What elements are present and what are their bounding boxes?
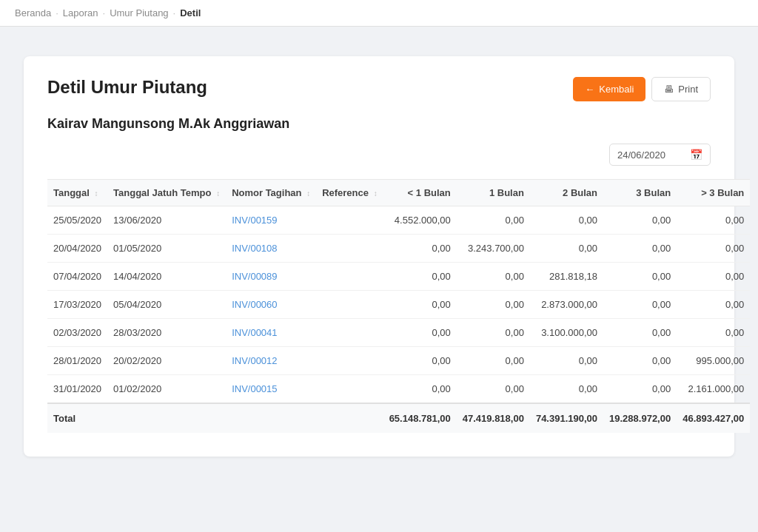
total-b2: 74.391.190,00 (530, 403, 603, 433)
cell-lt1: 0,00 (383, 375, 457, 404)
cell-b1: 3.243.700,00 (457, 235, 530, 263)
cell-nomor-tagihan[interactable]: INV/00089 (226, 263, 316, 291)
kembali-label: Kembali (599, 84, 634, 95)
cell-reference (316, 291, 383, 319)
breadcrumb-umur-piutang[interactable]: Umur Piutang (110, 7, 168, 18)
cell-nomor-tagihan[interactable]: INV/00159 (226, 206, 316, 235)
cell-jatuh-tempo: 20/02/2020 (107, 347, 226, 375)
cell-b3: 0,00 (603, 206, 677, 235)
cell-b1: 0,00 (457, 291, 530, 319)
cell-gt3: 995.000,00 (677, 347, 750, 375)
cell-b3: 0,00 (603, 319, 677, 347)
total-gt3: 46.893.427,00 (677, 403, 750, 433)
table-row: 02/03/2020 28/03/2020 INV/00041 0,00 0,0… (47, 319, 750, 347)
cell-jatuh-tempo: 13/06/2020 (107, 206, 226, 235)
total-lt1: 65.148.781,00 (383, 403, 457, 433)
sort-icon-jatuh-tempo[interactable]: ↕ (216, 189, 220, 198)
cell-b2: 0,00 (530, 206, 603, 235)
total-row: Total 65.148.781,00 47.419.818,00 74.391… (47, 403, 750, 433)
cell-lt1: 4.552.000,00 (383, 206, 457, 235)
cell-tanggal: 17/03/2020 (47, 291, 107, 319)
cell-nomor-tagihan[interactable]: INV/00060 (226, 291, 316, 319)
cell-nomor-tagihan[interactable]: INV/00015 (226, 375, 316, 404)
total-label: Total (47, 403, 383, 433)
date-filter-row: 📅 (47, 144, 711, 166)
cell-b2: 281.818,18 (530, 263, 603, 291)
customer-name: Kairav Mangunsong M.Ak Anggriawan (47, 116, 711, 132)
cell-b3: 0,00 (603, 263, 677, 291)
cell-reference (316, 319, 383, 347)
cell-b2: 3.100.000,00 (530, 319, 603, 347)
table-row: 31/01/2020 01/02/2020 INV/00015 0,00 0,0… (47, 375, 750, 404)
cell-jatuh-tempo: 14/04/2020 (107, 263, 226, 291)
cell-tanggal: 20/04/2020 (47, 235, 107, 263)
breadcrumb-beranda[interactable]: Beranda (15, 7, 51, 18)
date-input[interactable] (617, 149, 684, 161)
table-row: 17/03/2020 05/04/2020 INV/00060 0,00 0,0… (47, 291, 750, 319)
cell-b3: 0,00 (603, 235, 677, 263)
cell-gt3: 0,00 (677, 263, 750, 291)
cell-gt3: 0,00 (677, 206, 750, 235)
col-tanggal: Tanggal ↕ (47, 180, 107, 206)
cell-jatuh-tempo: 28/03/2020 (107, 319, 226, 347)
cell-b1: 0,00 (457, 375, 530, 404)
main-content: Detil Umur Piutang ← Kembali 🖶 Print Kai… (9, 41, 749, 471)
cell-tanggal: 07/04/2020 (47, 263, 107, 291)
cell-reference (316, 235, 383, 263)
cell-reference (316, 375, 383, 404)
cell-nomor-tagihan[interactable]: INV/00041 (226, 319, 316, 347)
cell-lt1: 0,00 (383, 235, 457, 263)
cell-gt3: 2.161.000,00 (677, 375, 750, 404)
table-row: 20/04/2020 01/05/2020 INV/00108 0,00 3.2… (47, 235, 750, 263)
cell-b2: 2.873.000,00 (530, 291, 603, 319)
cell-b2: 0,00 (530, 375, 603, 404)
table-header-row: Tanggal ↕ Tanggal Jatuh Tempo ↕ Nomor Ta… (47, 180, 750, 206)
table-row: 28/01/2020 20/02/2020 INV/00012 0,00 0,0… (47, 347, 750, 375)
cell-b1: 0,00 (457, 319, 530, 347)
cell-b2: 0,00 (530, 347, 603, 375)
total-b3: 19.288.972,00 (603, 403, 677, 433)
total-b1: 47.419.818,00 (457, 403, 530, 433)
arrow-left-icon: ← (585, 84, 594, 95)
col-2-bulan: 2 Bulan (530, 180, 603, 206)
cell-gt3: 0,00 (677, 319, 750, 347)
cell-b1: 0,00 (457, 263, 530, 291)
cell-tanggal: 25/05/2020 (47, 206, 107, 235)
cell-b3: 0,00 (603, 347, 677, 375)
cell-lt1: 0,00 (383, 319, 457, 347)
breadcrumb-laporan[interactable]: Laporan (63, 7, 98, 18)
breadcrumb-active: Detil (180, 7, 201, 18)
sort-icon-nomor-tagihan[interactable]: ↕ (306, 189, 310, 198)
date-filter-wrapper[interactable]: 📅 (609, 144, 711, 166)
card-header: Detil Umur Piutang ← Kembali 🖶 Print (47, 77, 711, 101)
cell-jatuh-tempo: 05/04/2020 (107, 291, 226, 319)
page-title: Detil Umur Piutang (47, 77, 207, 98)
print-button[interactable]: 🖶 Print (651, 77, 711, 101)
data-table: Tanggal ↕ Tanggal Jatuh Tempo ↕ Nomor Ta… (47, 179, 750, 433)
sort-icon-tanggal[interactable]: ↕ (95, 189, 98, 198)
cell-b1: 0,00 (457, 347, 530, 375)
col-gt3-bulan: > 3 Bulan (677, 180, 750, 206)
cell-tanggal: 31/01/2020 (47, 375, 107, 404)
col-1-bulan: 1 Bulan (457, 180, 530, 206)
sort-icon-reference[interactable]: ↕ (374, 189, 378, 198)
cell-gt3: 0,00 (677, 291, 750, 319)
cell-b2: 0,00 (530, 235, 603, 263)
col-reference: Reference ↕ (316, 180, 383, 206)
table-row: 25/05/2020 13/06/2020 INV/00159 4.552.00… (47, 206, 750, 235)
calendar-icon: 📅 (690, 149, 702, 161)
cell-reference (316, 347, 383, 375)
cell-nomor-tagihan[interactable]: INV/00012 (226, 347, 316, 375)
cell-b1: 0,00 (457, 206, 530, 235)
cell-jatuh-tempo: 01/02/2020 (107, 375, 226, 404)
cell-b3: 0,00 (603, 375, 677, 404)
cell-reference (316, 206, 383, 235)
cell-nomor-tagihan[interactable]: INV/00108 (226, 235, 316, 263)
cell-lt1: 0,00 (383, 291, 457, 319)
print-label: Print (678, 84, 698, 95)
cell-b3: 0,00 (603, 291, 677, 319)
header-buttons: ← Kembali 🖶 Print (573, 77, 711, 101)
kembali-button[interactable]: ← Kembali (573, 77, 645, 101)
cell-tanggal: 02/03/2020 (47, 319, 107, 347)
cell-gt3: 0,00 (677, 235, 750, 263)
